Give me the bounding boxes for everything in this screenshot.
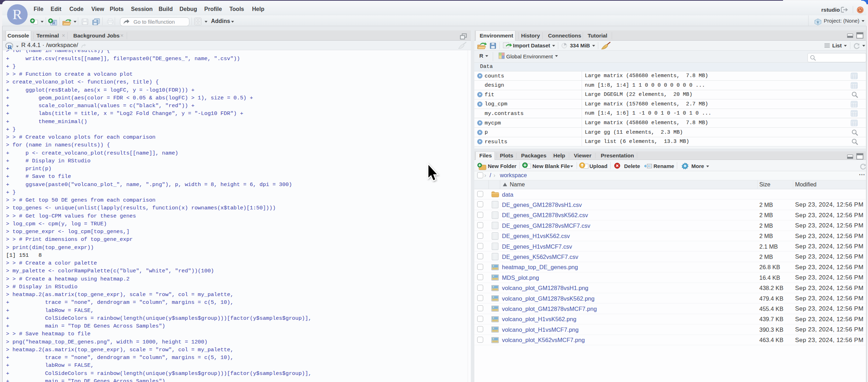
svg-text:R: R bbox=[817, 21, 819, 24]
svg-text:R: R bbox=[8, 44, 12, 50]
